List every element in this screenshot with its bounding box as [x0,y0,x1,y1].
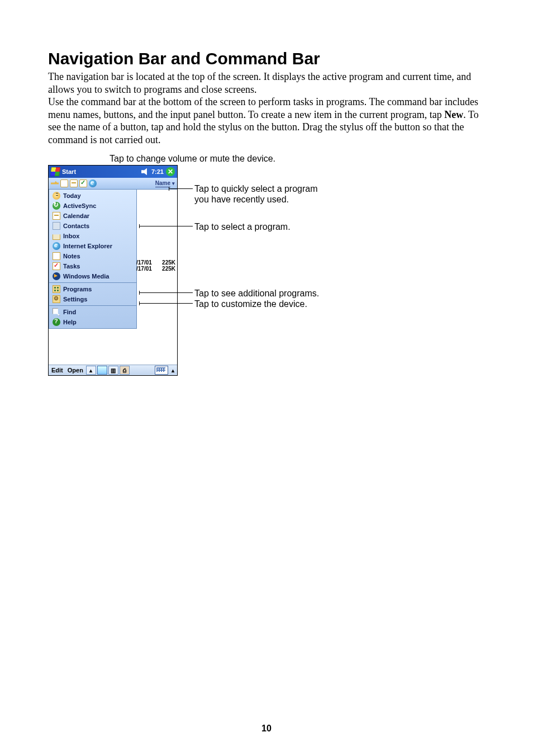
menu-group-apps: Today ActiveSync Calendar Contacts Inbox… [49,190,136,283]
leader-recent [169,188,193,189]
menu-label: Settings [63,296,87,303]
recent-icon-notes[interactable] [60,179,68,187]
menu-item-settings[interactable]: Settings [49,294,136,304]
cmd-edit[interactable]: Edit [50,367,65,374]
menu-item-contacts[interactable]: Contacts [49,221,136,231]
file-row[interactable]: /17/01 225K [136,266,177,272]
caption-settings: Tap to customize the device. [194,299,307,309]
cmd-input-up[interactable]: ▴ [169,366,176,374]
speaker-icon[interactable] [141,168,149,175]
device-screenshot: Start 7:21 ✕ Name ▾ [48,165,178,376]
cmd-up-button[interactable]: ▴ [86,366,96,375]
caption-recent: Tap to quickly select a program you have… [194,183,318,205]
cmd-button-2[interactable]: ▥ [108,366,118,375]
recent-icon-ie[interactable] [89,179,97,187]
file-date: /17/01 [136,266,152,272]
help-icon [53,318,60,326]
today-icon [53,192,60,200]
intro-para-1: The navigation bar is located at the top… [48,70,485,96]
calendar-icon [53,212,60,220]
menu-item-find[interactable]: Find [49,307,136,317]
caption-recent-line1: Tap to quickly select a program [194,184,318,193]
caption-recent-line2: you have recently used. [194,195,289,204]
menu-item-help[interactable]: Help [49,317,136,327]
menu-label: Contacts [63,223,89,229]
programs-icon [53,285,60,293]
menu-label: Notes [63,253,80,259]
ie-icon [53,242,60,250]
recent-programs-row: Name ▾ [49,178,177,190]
intro-para-2: Use the command bar at the bottom of the… [48,96,485,146]
inbox-icon [53,232,60,240]
settings-icon [53,295,60,303]
menu-item-calendar[interactable]: Calendar [49,211,136,221]
column-header-name[interactable]: Name [155,180,170,187]
close-icon[interactable]: ✕ [166,167,175,176]
leader-settings [140,303,193,304]
file-row[interactable]: /17/01 225K [136,259,177,266]
menu-group-tools: Find Help [49,306,136,328]
menu-item-inbox[interactable]: Inbox [49,231,136,241]
menu-label: Tasks [63,263,80,270]
menu-item-today[interactable]: Today [49,191,136,201]
notes-icon [53,252,60,260]
menu-item-windows-media[interactable]: Windows Media [49,271,136,281]
tasks-icon [53,262,60,270]
menu-item-ie[interactable]: Internet Explorer [49,241,136,251]
keyboard-icon[interactable] [155,366,168,375]
sort-arrow-icon[interactable]: ▾ [172,181,175,186]
menu-label: ActiveSync [63,202,96,209]
page-heading: Navigation Bar and Command Bar [48,49,485,68]
file-list: /17/01 225K /17/01 225K [136,259,177,272]
start-menu: Today ActiveSync Calendar Contacts Inbox… [49,190,137,329]
file-date: /17/01 [136,259,152,266]
menu-item-programs[interactable]: Programs [49,284,136,294]
recent-icon-calendar[interactable] [70,179,78,187]
windows-flag-icon[interactable] [50,167,60,176]
cmd-button-1[interactable] [97,366,107,375]
menu-group-system: Programs Settings [49,283,136,306]
menu-label: Today [63,192,81,199]
windows-media-icon [53,272,60,280]
cmd-button-3[interactable]: ⎙ [120,366,130,375]
leader-select [140,226,193,226]
file-size: 225K [162,266,175,272]
start-label[interactable]: Start [62,168,76,175]
command-bar: Edit Open ▴ ▥ ⎙ ▴ [49,365,177,375]
contacts-icon [53,222,60,230]
menu-label: Calendar [63,212,89,219]
para2-pre: Use the command bar at the bottom of the… [48,96,478,120]
menu-item-activesync[interactable]: ActiveSync [49,201,136,211]
clock-time[interactable]: 7:21 [151,168,164,175]
menu-label: Programs [63,286,92,292]
menu-label: Inbox [63,233,79,239]
para2-bold-new: New [444,109,463,120]
caption-volume: Tap to change volume or mute the device. [110,154,383,164]
leader-programs [140,292,193,293]
menu-item-tasks[interactable]: Tasks [49,261,136,271]
menu-label: Help [63,319,77,325]
caption-programs: Tap to see additional programs. [194,288,319,299]
page-number: 10 [0,724,533,734]
menu-label: Internet Explorer [63,243,112,249]
menu-item-notes[interactable]: Notes [49,251,136,261]
nav-titlebar: Start 7:21 ✕ [49,166,177,178]
recent-icon-tasks[interactable] [79,179,87,187]
cmd-open[interactable]: Open [66,367,85,374]
menu-label: Windows Media [63,273,109,280]
activesync-icon [53,202,60,210]
figure-area: Tap to change volume or mute the device.… [48,154,383,376]
caption-select: Tap to select a program. [194,221,291,232]
file-size: 225K [162,259,175,266]
recent-icon-key[interactable] [51,179,59,187]
menu-label: Find [63,309,76,315]
find-icon [53,308,60,316]
